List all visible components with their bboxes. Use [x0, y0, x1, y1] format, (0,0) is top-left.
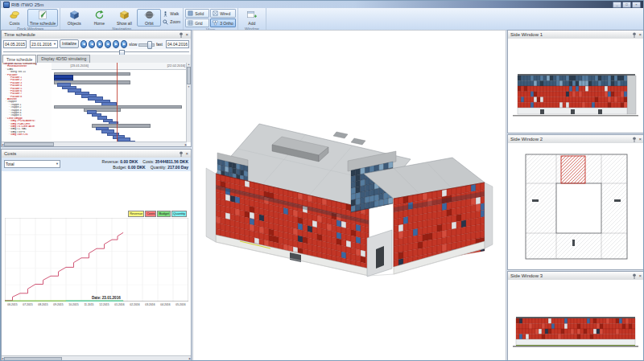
axis-tick-label: 10.2015	[65, 303, 82, 306]
time-schedule-button[interactable]: Time schedule	[27, 9, 58, 27]
skip-to-start-button[interactable]	[80, 40, 87, 48]
current-date-dropdown[interactable]: 23.01.2016▼	[30, 40, 58, 48]
stop-button[interactable]	[105, 40, 111, 48]
close-panel-icon[interactable]: ×	[638, 31, 642, 38]
simulation-controls: 04.05.2015 23.01.2016▼ Initialize slow f…	[2, 39, 191, 50]
add-window-icon	[246, 10, 257, 20]
zoom-button[interactable]: Zoom	[163, 18, 180, 26]
reset-view-icon	[94, 10, 105, 20]
close-panel-icon[interactable]: ×	[638, 136, 642, 142]
side-window-2-view[interactable]	[508, 143, 644, 269]
quantity-value: 217.00 Day	[167, 165, 188, 170]
legend-item: Budget	[157, 211, 171, 217]
wireframe-cube-icon	[213, 10, 218, 16]
axis-tick-label: 08.2015	[35, 303, 52, 306]
initialize-button[interactable]: Initialize	[60, 39, 79, 48]
costs-panel-title: Costs	[4, 151, 16, 156]
costs-button[interactable]: Costs	[2, 9, 27, 27]
ortho-windows-icon	[213, 20, 218, 26]
time-schedule-panel: Time schedule × 04.05.2015 23.01.2016▼ I…	[1, 30, 192, 147]
side-window-3-view[interactable]	[508, 280, 644, 361]
home-button[interactable]: Home	[87, 9, 111, 27]
costs-chart-canvas[interactable]: RevenueCostsBudgetQuantity Date: 23.01.2…	[2, 171, 191, 356]
pin-icon[interactable]	[179, 151, 184, 157]
pin-icon[interactable]	[632, 32, 637, 38]
gantt-area: Tidsplan 4D/5D simulering· Hovedaktivite…	[2, 63, 187, 142]
side-window-2-title: Side Window 2	[510, 137, 543, 142]
skip-to-end-button[interactable]	[121, 40, 127, 48]
time-schedule-panel-title: Time schedule	[4, 32, 35, 37]
pin-icon[interactable]	[632, 273, 637, 279]
grid-icon	[188, 20, 193, 26]
show-all-icon	[119, 10, 130, 20]
ribbon-group-navigation: Objects Home Show all	[60, 8, 184, 30]
costs-filter-dropdown[interactable]: Total▼	[4, 160, 60, 168]
revenue-value: 0.00 DKK	[120, 159, 138, 164]
close-panel-icon[interactable]: ×	[185, 150, 188, 157]
simulation-start-date[interactable]: 04.05.2015	[3, 40, 27, 48]
costs-panel: Costs × Total▼ Revenue: 0.00 DKK Costs: …	[1, 149, 192, 361]
wired-toggle[interactable]: Wired	[210, 9, 236, 18]
gantt-vertical-scrollbar[interactable]: ▲▼	[186, 63, 191, 142]
walk-button[interactable]: Walk	[163, 10, 180, 18]
close-panel-icon[interactable]: ×	[185, 31, 188, 38]
speed-slider[interactable]	[138, 41, 155, 47]
orbit-button[interactable]: Orbit	[137, 9, 161, 27]
add-window-button[interactable]: Add	[240, 9, 264, 27]
step-forward-button[interactable]	[113, 40, 119, 48]
pin-icon[interactable]	[632, 137, 637, 142]
stats-line-1: Revenue: 0.00 DKK Costs: 35444811.56 DKK	[102, 159, 188, 164]
time-schedule-icon	[38, 10, 48, 20]
chart-horizontal-scrollbar[interactable]: ◀▶	[2, 355, 191, 361]
ribbon-group-view: Solid Wired Grid	[184, 8, 238, 30]
simulation-end-date[interactable]: 04.04.2016	[166, 40, 189, 48]
costs-value: 35444811.56 DKK	[155, 159, 188, 164]
side-window-2-panel: Side Window 2 ×	[507, 134, 644, 270]
maximize-button[interactable]: □	[622, 2, 631, 8]
activity-tree: Tidsplan 4D/5D simulering· Hovedaktivite…	[2, 63, 52, 142]
ortho-toggle[interactable]: 3 Ortho	[210, 18, 236, 27]
ribbon-group-window: Add Window	[238, 8, 266, 30]
close-button[interactable]: ×	[632, 2, 641, 8]
side-window-3-title: Side Window 3	[510, 273, 543, 278]
side-window-1-title: Side Window 1	[510, 32, 543, 37]
axis-tick-label: 02.2016	[126, 303, 143, 306]
slow-label: slow	[129, 42, 137, 47]
step-back-button[interactable]	[89, 40, 95, 48]
plan-view	[508, 143, 644, 270]
close-panel-icon[interactable]: ×	[638, 273, 642, 279]
minimize-button[interactable]: _	[613, 2, 621, 8]
axis-tick-label: 09.2015	[50, 303, 67, 306]
current-date-line	[117, 63, 118, 142]
gantt-end-date: [22.02.2016]	[167, 64, 185, 68]
legend-item: Quantity	[171, 211, 187, 217]
solid-toggle[interactable]: Solid	[185, 9, 209, 18]
axis-tick-label: 04.2016	[157, 303, 174, 306]
window-title: RIB iTWO 25m	[11, 2, 43, 7]
chart-plot-area	[5, 218, 188, 302]
app-icon	[3, 2, 10, 8]
stats-line-2: Budget: 0.00 DKK Quantity: 217.00 Day	[113, 165, 188, 170]
chart-legend: RevenueCostsBudgetQuantity	[128, 211, 187, 217]
magnifier-icon	[163, 19, 168, 25]
axis-tick-label: 01.2016	[111, 303, 128, 306]
show-all-button[interactable]: Show all	[112, 9, 136, 27]
3d-model-viewport[interactable]	[192, 30, 506, 361]
budget-value: 0.00 DKK	[128, 165, 146, 170]
pin-icon[interactable]	[179, 32, 184, 38]
costs-info-bar: Total▼ Revenue: 0.00 DKK Costs: 35444811…	[2, 158, 191, 172]
chevron-down-icon: ▼	[53, 41, 56, 47]
objects-button[interactable]: Objects	[62, 9, 86, 27]
tree-item[interactable]: · Væg i BETON	[2, 133, 52, 136]
gantt-chart[interactable]: [23.01.2016] [22.02.2016]	[52, 63, 187, 142]
grid-toggle[interactable]: Grid	[185, 18, 209, 27]
axis-tick-label: 12.2015	[96, 303, 113, 306]
orbit-icon	[144, 10, 155, 20]
elevation-view-front	[508, 39, 644, 133]
gantt-bars-area	[52, 69, 187, 142]
play-button[interactable]	[97, 40, 103, 48]
gantt-horizontal-scrollbar[interactable]: ◀▶	[2, 142, 187, 146]
axis-tick-label: 07.2015	[19, 303, 36, 306]
side-window-1-view[interactable]	[508, 39, 644, 133]
tab-display-simulating[interactable]: Display 4D/5D simulating	[37, 55, 90, 63]
